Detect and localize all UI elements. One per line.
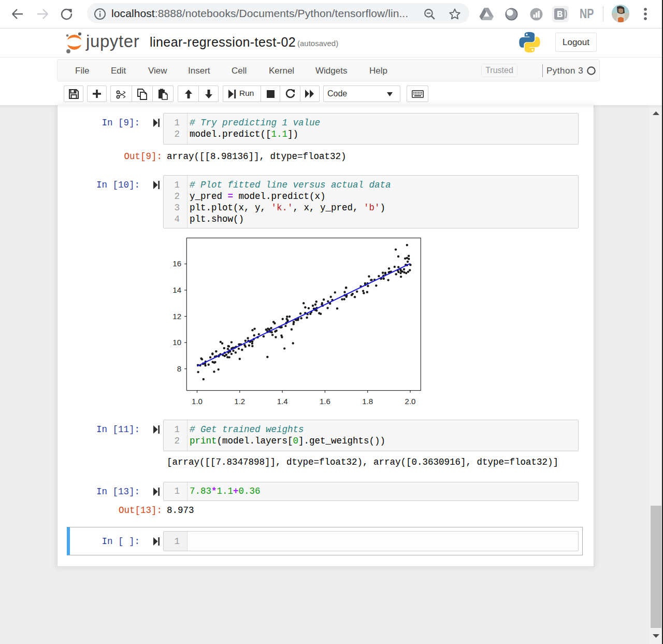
svg-text:12: 12 <box>172 312 181 321</box>
svg-text:1.0: 1.0 <box>192 397 203 406</box>
svg-text:14: 14 <box>172 285 181 294</box>
svg-text:1.4: 1.4 <box>277 397 288 406</box>
svg-text:1.6: 1.6 <box>320 397 330 406</box>
svg-text:8: 8 <box>177 364 181 373</box>
svg-text:10: 10 <box>172 338 181 347</box>
svg-text:16: 16 <box>172 259 181 268</box>
svg-text:1.2: 1.2 <box>234 397 245 406</box>
svg-text:2.0: 2.0 <box>405 397 416 406</box>
svg-text:1.8: 1.8 <box>362 397 373 406</box>
